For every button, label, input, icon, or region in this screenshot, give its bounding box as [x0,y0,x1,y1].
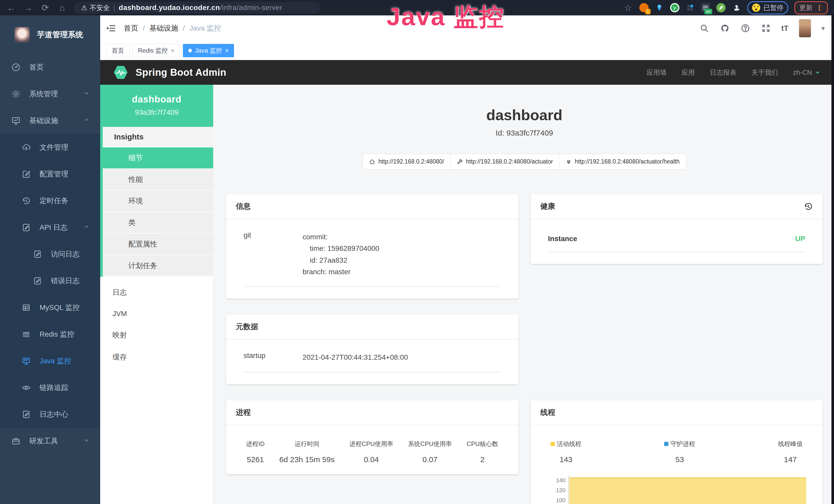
sba-sidebar: dashboard 93a3fc7f7409 Insights 细节 性能 环境… [100,85,213,504]
sidebar-item-label: Java 监控 [40,356,71,366]
close-icon[interactable]: × [225,47,228,54]
sidebar-item-label: 错误日志 [51,276,80,286]
sidebar-collapse-icon[interactable] [105,23,117,34]
process-card: 进程 进程ID 5261 运行时间 [226,400,518,474]
browser-update-button[interactable]: 更新 ⋮ [794,1,828,15]
sba-menu-scheduled-tasks[interactable]: 计划任务 [103,255,213,277]
stat-system-cpu: 系统CPU使用率 0.07 [408,440,452,464]
sba-language-select[interactable]: zh-CN [793,69,821,76]
sidebar-item-mysql[interactable]: MySQL 监控 [0,294,100,321]
update-label: 更新 [799,3,813,12]
fullscreen-icon[interactable] [761,23,771,33]
browser-menu-icon[interactable]: ⋮ [816,4,823,12]
sidebar-item-java-monitor[interactable]: Java 监控 [0,348,100,374]
live-threads-area [569,477,807,504]
sba-nav-about[interactable]: 关于我们 [751,68,778,77]
health-card: 健康 Instance UP [531,194,823,264]
sidebar-item-redis[interactable]: Redis 监控 [0,321,100,348]
browser-home-icon[interactable]: ⌂ [57,3,67,12]
user-menu-caret-icon[interactable]: ▾ [821,24,825,32]
sba-menu-mappings[interactable]: 映射 [100,324,213,346]
sba-menu-details[interactable]: 细节 [103,147,213,169]
stat-label: 守护进程 [664,440,695,448]
stat-value: 0.04 [349,455,393,464]
breadcrumb-home[interactable]: 首页 [124,23,138,33]
info-row: git commit: time: 1596289704000 id: 27aa… [236,231,509,278]
sidebar-item-log-center[interactable]: 日志中心 [0,401,100,428]
sidebar-item-home[interactable]: 首页 [0,54,100,81]
profiler-paused-button[interactable]: 已暂停 [747,1,788,15]
security-warning-label: 不安全 [90,3,110,12]
browser-reload-icon[interactable]: ⟳ [40,3,50,12]
user-avatar[interactable] [799,19,811,38]
sidebar-item-tracing[interactable]: 链路追踪 [0,374,100,401]
security-warning[interactable]: ⚠ 不安全 [81,3,110,12]
sidebar-item-config[interactable]: 配置管理 [0,161,100,187]
sidebar-item-dev-tools[interactable]: 研发工具 [0,428,100,455]
actuator-url-button[interactable]: http://192.168.0.2:48080/actuator [450,154,559,169]
address-bar[interactable]: ⚠ 不安全 | dashboard.yudao.iocoder.cn/infra… [74,2,321,14]
extensions-puzzle-icon[interactable] [732,3,741,12]
sba-nav-journal[interactable]: 日志报表 [710,68,737,77]
sidebar-item-file[interactable]: 文件管理 [0,134,100,161]
sba-nav-applications[interactable]: 应用 [681,68,695,77]
sba-menu-classes[interactable]: 类 [103,212,213,234]
sba-nav-wallboard[interactable]: 应用墙 [646,68,666,77]
sidebar-item-error-log[interactable]: 错误日志 [0,268,100,294]
sba-menu-caches[interactable]: 缓存 [100,346,213,368]
address-path: /infra/admin-server [220,4,282,12]
health-url-button[interactable]: http://192.168.0.2:48080/actuator/health [559,154,686,169]
threads-stats: 活动线程 143 守护进程 53 线程峰值 [541,437,813,464]
sba-menu-config-props[interactable]: 配置属性 [103,234,213,255]
chevron-down-icon [814,69,821,75]
sba-menu-metrics[interactable]: 性能 [103,169,213,190]
metadata-card-title: 元数据 [236,322,258,332]
history-icon[interactable] [804,202,813,211]
breadcrumb-infra[interactable]: 基础设施 [150,23,178,33]
bookmark-star-icon[interactable]: ☆ [623,3,633,12]
extension-leaf-icon[interactable] [716,3,726,12]
tab-java-monitor[interactable]: Java 监控 × [183,44,234,57]
sba-menu-logfile[interactable]: 日志 [100,281,213,303]
close-icon[interactable]: × [171,47,174,54]
stat-value: 53 [664,455,695,464]
sba-insights-header[interactable]: Insights [103,127,213,147]
sidebar-item-job[interactable]: 定时任务 [0,187,100,214]
sidebar-item-infra[interactable]: 基础设施 [0,107,100,134]
sidebar-logo-row[interactable]: 芋道管理系统 [0,16,100,54]
browser-forward-icon[interactable]: → [23,3,34,12]
navbar-actions: tT ▾ [699,19,825,38]
extension-ubuntu-icon[interactable]: 1 [639,3,649,12]
sba-brand[interactable]: Spring Boot Admin [136,67,226,78]
stat-peak-threads: 线程峰值 147 [778,440,803,464]
extension-tabs-on-icon[interactable]: on [701,3,710,12]
extension-grid-icon[interactable] [685,3,695,12]
address-url[interactable]: dashboard.yudao.iocoder.cn/infra/admin-s… [119,4,282,12]
instance-url-group: http://192.168.0.2:48080/ http://192.168… [226,154,823,169]
sidebar-item-label: API 日志 [40,223,68,232]
browser-back-icon[interactable]: ← [6,3,17,12]
sba-menu-environment[interactable]: 环境 [103,190,213,212]
sba-menu-jvm[interactable]: JVM [100,303,213,324]
service-url-button[interactable]: http://192.168.0.2:48080/ [363,154,450,169]
tab-redis-monitor[interactable]: Redis 监控 × [133,44,180,57]
font-size-icon[interactable]: tT [781,23,789,33]
sidebar-item-system[interactable]: 系统管理 [0,81,100,107]
sidebar-item-access-log[interactable]: 访问日志 [0,241,100,268]
stat-cpu-cores: CPU核心数 2 [467,440,498,464]
browser-extensions-area: ☆ 1 y on [623,1,828,15]
cloud-upload-icon [22,143,31,152]
health-instance-row[interactable]: Instance UP [541,231,813,243]
sba-app-header[interactable]: dashboard 93a3fc7f7409 [100,85,213,127]
home-icon [369,159,375,165]
tab-home[interactable]: 首页 [106,44,129,57]
sidebar-item-api-log[interactable]: API 日志 [0,214,100,241]
main-column: 首页 / 基础设施 / Java 监控 tT ▾ [100,16,834,504]
gear-icon [11,89,21,98]
github-icon[interactable] [720,23,730,33]
search-icon[interactable] [699,23,709,33]
help-icon[interactable] [740,23,750,33]
extension-pin-icon[interactable] [655,3,664,12]
extension-green-y-icon[interactable]: y [670,3,679,12]
threads-card-title: 线程 [541,408,555,418]
